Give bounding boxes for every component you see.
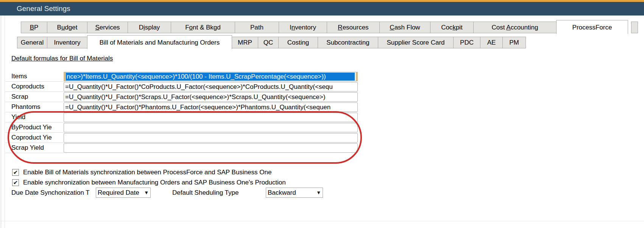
tab-cockpit[interactable]: Cockpit <box>430 22 474 33</box>
tab-budget[interactable]: Budget <box>47 22 87 33</box>
due-date-sync-value: Required Date <box>98 188 143 197</box>
panel-left-edge <box>5 16 5 228</box>
formula-row-coproducts: Coproducts =U_Quantity()*U_Factor()*CoPr… <box>5 82 359 92</box>
coproducts-label: Coproducts <box>5 82 64 92</box>
coproducts-formula-input[interactable]: =U_Quantity()*U_Factor()*CoProducts.U_Fa… <box>64 82 358 92</box>
subtab-inventory[interactable]: Inventory <box>47 37 87 48</box>
byproduct-yield-input[interactable] <box>64 123 358 132</box>
formula-row-scrap: Scrap =U_Quantity()*U_Factor()*Scraps.U_… <box>5 92 359 102</box>
subtab-pdc[interactable]: PDC <box>453 37 480 48</box>
due-date-sync-label: Due Date Synchonization T <box>11 188 96 198</box>
items-formula-input[interactable]: nce>)*Items.U_Quantity(<sequence>)*100/(… <box>64 72 358 81</box>
tab-processforce[interactable]: ProcessForce <box>556 20 628 34</box>
section-heading: Default formulas for Bill of Materials <box>11 55 113 62</box>
window-left-edge <box>1 16 1 228</box>
subtab-general[interactable]: General <box>17 37 47 48</box>
chevron-down-icon: ▼ <box>144 188 149 197</box>
subtab-qc[interactable]: QC <box>258 37 279 48</box>
mo-sync-checkbox[interactable]: ✔ <box>12 179 19 186</box>
bom-sync-label: Enable Bill of Materials synchronization… <box>23 169 271 176</box>
due-date-sync-dropdown[interactable]: Required Date ▼ <box>96 188 151 198</box>
default-scheduling-type-label: Default Sheduling Type <box>172 188 239 198</box>
bom-sync-checkbox[interactable]: ✔ <box>12 169 19 176</box>
primary-tab-strip: BP Budget Services Display Font & Bkgd P… <box>21 22 638 33</box>
subtab-bill-of-materials[interactable]: Bill of Materials and Manufacturing Orde… <box>87 35 232 49</box>
bom-sync-row: ✔ Enable Bill of Materials synchronizati… <box>12 168 271 177</box>
tab-inventory[interactable]: Inventory <box>279 22 327 33</box>
tab-bp[interactable]: BP <box>21 22 47 33</box>
mo-sync-label: Enable synchronization between Manufactu… <box>23 179 286 186</box>
subtab-costing[interactable]: Costing <box>278 37 318 48</box>
subtab-ae[interactable]: AE <box>480 37 503 48</box>
yield-input[interactable] <box>64 113 358 122</box>
phantoms-label: Phantoms <box>5 102 64 112</box>
formula-grid: Items nce>)*Items.U_Quantity(<sequence>)… <box>5 71 359 153</box>
coproduct-yield-input[interactable] <box>64 133 358 143</box>
checkmark-icon: ✔ <box>13 179 18 186</box>
checkmark-icon: ✔ <box>13 169 18 175</box>
title-bar: General Settings <box>0 2 644 16</box>
mo-sync-row: ✔ Enable synchronization between Manufac… <box>12 178 286 187</box>
subtab-mrp[interactable]: MRP <box>232 37 258 48</box>
subtab-subcontracting[interactable]: Subcontracting <box>318 37 378 48</box>
window-title: General Settings <box>17 2 70 16</box>
subtab-pm[interactable]: PM <box>502 37 526 48</box>
tab-cost-accounting[interactable]: Cost Accounting <box>473 22 557 33</box>
tab-resources[interactable]: Resources <box>327 22 380 33</box>
formula-row-items: Items nce>)*Items.U_Quantity(<sequence>)… <box>5 71 359 82</box>
tab-cash-flow[interactable]: Cash Flow <box>379 22 430 33</box>
secondary-tab-strip: General Inventory Bill of Materials and … <box>17 37 526 48</box>
panel-bottom-edge <box>0 221 644 221</box>
default-scheduling-type-value: Backward <box>268 188 316 197</box>
formula-row-coproduct-yield: Coproduct Yie <box>5 133 359 143</box>
yield-label: Yield <box>5 112 64 123</box>
coproduct-yield-label: Coproduct Yie <box>5 133 64 143</box>
formula-row-byproduct-yield: ByProduct Yie <box>5 123 359 133</box>
formula-row-phantoms: Phantoms =U_Quantity()*U_Factor()*Phanto… <box>5 102 359 112</box>
tab-overflow-stub <box>631 22 638 33</box>
selected-formula-text: nce>)*Items.U_Quantity(<sequence>)*100/(… <box>66 73 355 81</box>
tab-display[interactable]: Display <box>128 22 171 33</box>
scrap-yield-input[interactable] <box>64 143 358 153</box>
scrap-formula-input[interactable]: =U_Quantity()*U_Factor()*Scraps.U_Factor… <box>64 92 358 102</box>
chevron-down-icon: ▼ <box>316 188 321 197</box>
tab-services[interactable]: Services <box>87 22 128 33</box>
tab-path[interactable]: Path <box>235 22 279 33</box>
scrap-label: Scrap <box>5 92 64 102</box>
tab-font-bkgd[interactable]: Font & Bkgd <box>171 22 235 33</box>
default-scheduling-type-dropdown[interactable]: Backward ▼ <box>266 188 323 198</box>
formula-row-scrap-yield: Scrap Yield <box>5 143 359 153</box>
items-label: Items <box>5 71 64 82</box>
byproduct-yield-label: ByProduct Yie <box>5 123 64 133</box>
phantoms-formula-input[interactable]: =U_Quantity()*U_Factor()*Phantoms.U_Fact… <box>64 102 358 112</box>
general-settings-window: General Settings BP Budget Services Disp… <box>0 0 644 228</box>
scrap-yield-label: Scrap Yield <box>5 143 64 153</box>
formula-row-yield: Yield <box>5 112 359 123</box>
subtab-supplier-score-card[interactable]: Supplier Score Card <box>378 37 454 48</box>
